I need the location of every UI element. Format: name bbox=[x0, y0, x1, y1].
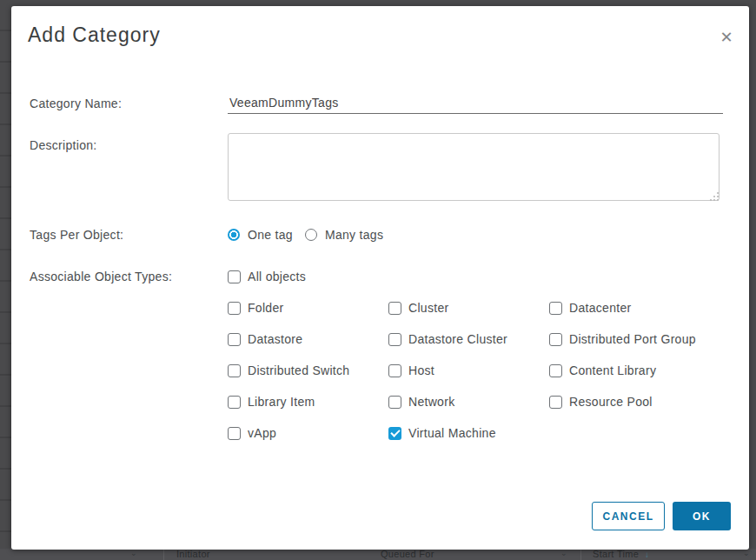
checkbox-label: Library Item bbox=[248, 395, 315, 409]
radio-label: Many tags bbox=[325, 228, 383, 242]
checkbox-vapp[interactable]: vApp bbox=[228, 426, 388, 440]
checkbox-label: Resource Pool bbox=[569, 395, 653, 409]
ok-button[interactable]: OK bbox=[673, 502, 731, 530]
description-textarea[interactable] bbox=[228, 133, 720, 201]
associable-object-types-label: Associable Object Types: bbox=[30, 270, 172, 283]
checkbox-icon bbox=[388, 427, 401, 440]
checkbox-host[interactable]: Host bbox=[388, 363, 549, 377]
sort-descending-icon: ↓ bbox=[645, 549, 649, 560]
tags-per-object-group: One tag Many tags bbox=[228, 228, 383, 242]
checkbox-icon bbox=[228, 302, 241, 315]
checkbox-folder[interactable]: Folder bbox=[228, 301, 388, 315]
background-left-strip bbox=[0, 0, 11, 560]
column-header-queued-for: Queued For bbox=[381, 549, 434, 560]
dialog-title: Add Category bbox=[28, 23, 161, 47]
cancel-button[interactable]: CANCEL bbox=[592, 502, 665, 530]
checkbox-resource-pool[interactable]: Resource Pool bbox=[549, 395, 719, 409]
chevron-down-icon: ⌄ bbox=[743, 549, 750, 559]
checkbox-icon bbox=[228, 427, 241, 440]
checkbox-label: Distributed Port Group bbox=[569, 332, 696, 346]
radio-icon bbox=[228, 229, 240, 241]
dialog-footer: CANCEL OK bbox=[592, 502, 731, 530]
checkbox-network[interactable]: Network bbox=[388, 395, 549, 409]
checkbox-distributed-switch[interactable]: Distributed Switch bbox=[228, 363, 388, 377]
checkbox-label: Host bbox=[408, 363, 434, 377]
checkbox-icon bbox=[549, 333, 562, 346]
column-header-initiator: Initiator bbox=[176, 549, 210, 560]
checkbox-icon bbox=[388, 333, 401, 346]
description-label: Description: bbox=[30, 138, 97, 152]
checkbox-icon bbox=[228, 396, 241, 409]
checkbox-cluster[interactable]: Cluster bbox=[388, 301, 549, 315]
column-header-start-time: Start Time bbox=[593, 549, 639, 560]
radio-many-tags[interactable]: Many tags bbox=[305, 228, 383, 242]
checkbox-distributed-port-group[interactable]: Distributed Port Group bbox=[549, 332, 719, 346]
checkbox-label: Cluster bbox=[408, 301, 448, 315]
checkbox-icon bbox=[549, 364, 562, 377]
checkbox-icon bbox=[228, 270, 241, 283]
checkbox-virtual-machine[interactable]: Virtual Machine bbox=[388, 426, 549, 440]
radio-label: One tag bbox=[248, 228, 293, 242]
checkbox-label: Content Library bbox=[569, 363, 656, 377]
checkbox-all-objects[interactable]: All objects bbox=[228, 270, 306, 283]
chevron-down-icon: ⌄ bbox=[560, 549, 567, 559]
checkbox-label: Folder bbox=[248, 301, 283, 315]
tags-per-object-label: Tags Per Object: bbox=[30, 228, 123, 242]
checkbox-label: Datastore bbox=[248, 332, 302, 346]
radio-icon bbox=[305, 229, 317, 241]
checkbox-icon bbox=[388, 302, 401, 315]
chevron-down-icon: ⌄ bbox=[130, 549, 137, 559]
category-name-input[interactable] bbox=[228, 91, 723, 114]
radio-one-tag[interactable]: One tag bbox=[228, 228, 293, 242]
column-divider bbox=[163, 549, 164, 560]
checkbox-library-item[interactable]: Library Item bbox=[228, 395, 388, 409]
checkbox-icon bbox=[228, 333, 241, 346]
checkbox-icon bbox=[549, 302, 562, 315]
checkbox-label: vApp bbox=[248, 426, 276, 440]
checkbox-label: Datacenter bbox=[569, 301, 631, 315]
checkbox-label: Distributed Switch bbox=[248, 363, 349, 377]
checkbox-label: Network bbox=[408, 395, 454, 409]
checkbox-content-library[interactable]: Content Library bbox=[549, 363, 719, 377]
checkbox-datastore-cluster[interactable]: Datastore Cluster bbox=[388, 332, 549, 346]
checkbox-icon bbox=[228, 364, 241, 377]
object-types-grid: Folder Cluster Datacenter Datastore Data… bbox=[228, 301, 719, 440]
checkbox-label: Virtual Machine bbox=[408, 426, 496, 440]
checkbox-datastore[interactable]: Datastore bbox=[228, 332, 388, 346]
checkbox-datacenter[interactable]: Datacenter bbox=[549, 301, 719, 315]
category-name-label: Category Name: bbox=[30, 97, 122, 110]
checkbox-icon bbox=[388, 364, 401, 377]
checkbox-icon bbox=[388, 396, 401, 409]
close-icon[interactable]: ✕ bbox=[716, 27, 737, 48]
column-divider bbox=[580, 549, 581, 560]
checkbox-label: All objects bbox=[248, 270, 306, 283]
checkbox-icon bbox=[549, 396, 562, 409]
add-category-dialog: Add Category ✕ Category Name: Descriptio… bbox=[11, 6, 749, 550]
background-task-table-header: ⌄ Initiator Queued For ⌄ Start Time ↓ ⌄ bbox=[0, 549, 756, 560]
checkbox-label: Datastore Cluster bbox=[408, 332, 507, 346]
